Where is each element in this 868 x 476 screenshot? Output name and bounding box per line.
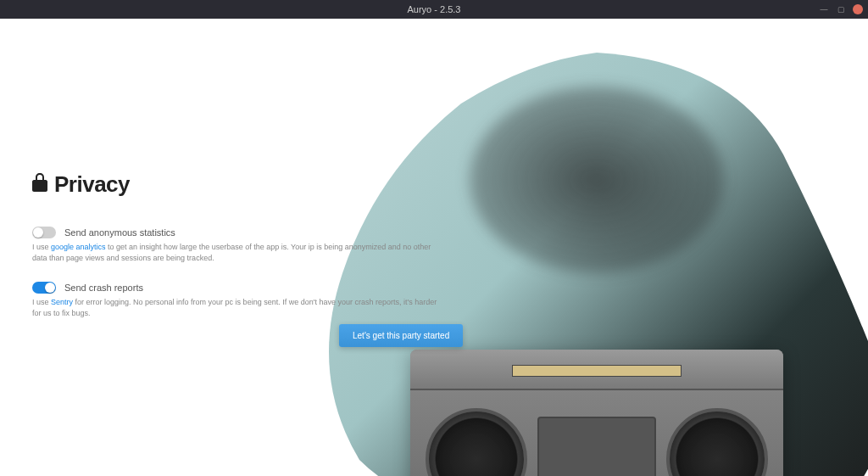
boombox-speaker-right (666, 408, 768, 476)
titlebar: Auryo - 2.5.3 — ▢ (0, 0, 868, 19)
boombox-image (410, 350, 783, 476)
boombox-speaker-left (426, 408, 527, 476)
window-controls: — ▢ (819, 4, 863, 14)
setting-desc-stats: I use google analytics to get an insight… (32, 242, 439, 263)
continue-button[interactable]: Let's get this party started (339, 324, 463, 347)
minimize-button[interactable]: — (819, 4, 829, 14)
page-title: Privacy (54, 171, 130, 198)
setting-desc-crash: I use Sentry for error logging. No perso… (32, 297, 439, 318)
content-area: Privacy Send anonymous statistics I use … (0, 19, 868, 476)
toggle-knob (45, 283, 55, 293)
toggle-knob (33, 227, 43, 238)
lock-icon (32, 173, 47, 196)
link-google-analytics[interactable]: google analytics (51, 243, 106, 251)
maximize-button[interactable]: ▢ (836, 4, 846, 14)
boombox-tape-deck (537, 417, 656, 476)
privacy-panel: Privacy Send anonymous statistics I use … (32, 171, 439, 337)
setting-anonymous-stats: Send anonymous statistics I use google a… (32, 227, 439, 263)
setting-label-crash: Send crash reports (64, 283, 143, 293)
page-heading: Privacy (32, 171, 439, 198)
boombox-tuner (512, 365, 682, 377)
link-sentry[interactable]: Sentry (51, 298, 73, 306)
setting-label-stats: Send anonymous statistics (64, 227, 175, 238)
toggle-crash-reports[interactable] (32, 282, 56, 294)
close-button[interactable] (853, 4, 863, 14)
person-silhouette (470, 87, 724, 273)
setting-crash-reports: Send crash reports I use Sentry for erro… (32, 282, 439, 318)
toggle-anonymous-stats[interactable] (32, 227, 56, 238)
window-title: Auryo - 2.5.3 (408, 4, 461, 14)
